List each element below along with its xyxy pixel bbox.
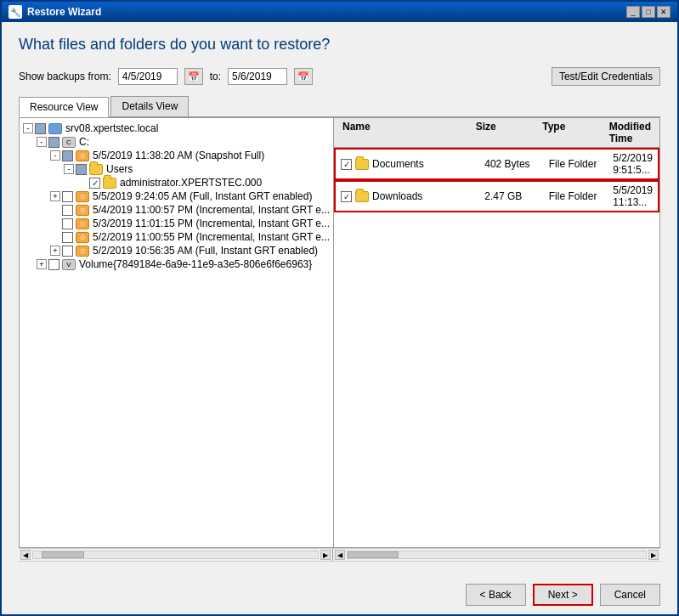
tree-label-snapshot: 5/5/2019 11:38:20 AM (Snapshot Full)	[93, 150, 264, 161]
tab-resource-view[interactable]: Resource View	[19, 97, 109, 117]
tree-item-admin[interactable]: administrator.XPERTSTEC.000	[20, 176, 333, 189]
tree-item-c[interactable]: - C C:	[20, 135, 333, 149]
tree-item-backup2[interactable]: ⊙ 5/4/2019 11:00:57 PM (Incremental, Ins…	[20, 203, 333, 217]
tree-item-root[interactable]: - srv08.xpertstec.local	[20, 122, 333, 135]
file-type-documents: File Folder	[549, 158, 614, 170]
wizard-content: What files and folders do you want to re…	[2, 22, 677, 575]
file-checkbox-documents[interactable]	[341, 159, 352, 170]
file-scroll-right[interactable]: ▶	[648, 550, 659, 560]
bottom-scrollbar-area: ◀ ▶ ◀ ▶	[19, 548, 660, 562]
expander-root[interactable]: -	[23, 123, 33, 133]
tree-scrollbar[interactable]: ◀ ▶	[19, 549, 333, 561]
backup-icon-4: ⊙	[76, 232, 89, 243]
restore-wizard-window: 🔧 Restore Wizard _ □ ✕ What files and fo…	[0, 0, 679, 616]
tree-item-backup3[interactable]: ⊙ 5/3/2019 11:01:15 PM (Incremental, Ins…	[20, 217, 333, 230]
checkbox-users[interactable]	[76, 164, 87, 175]
view-tabs: Resource View Details View	[19, 96, 660, 117]
expander-volume[interactable]: +	[37, 259, 47, 269]
file-row-downloads[interactable]: Downloads 2.47 GB File Folder 5/5/2019 1…	[334, 180, 659, 212]
checkbox-backup2[interactable]	[62, 205, 73, 216]
tree-item-backup1[interactable]: + ⊙ 5/5/2019 9:24:05 AM (Full, Instant G…	[20, 189, 333, 203]
checkbox-backup4[interactable]	[62, 232, 73, 243]
tree-item-backup4[interactable]: ⊙ 5/2/2019 11:00:55 PM (Incremental, Ins…	[20, 230, 333, 244]
tree-item-users[interactable]: - Users	[20, 162, 333, 176]
checkbox-backup1[interactable]	[62, 191, 73, 202]
tree-item-volume[interactable]: + V Volume{7849184e-6a9e-11e9-a3e5-806e6…	[20, 257, 333, 271]
tree-scroll-left[interactable]: ◀	[20, 550, 31, 560]
cancel-button[interactable]: Cancel	[600, 584, 660, 606]
folder-icon-documents	[355, 159, 369, 170]
file-name-downloads: Downloads	[372, 190, 484, 202]
file-size-downloads: 2.47 GB	[484, 190, 549, 202]
checkbox-backup3[interactable]	[62, 218, 73, 229]
server-icon	[48, 123, 62, 134]
checkbox-snapshot[interactable]	[62, 150, 73, 161]
checkbox-root[interactable]	[35, 123, 46, 134]
tab-details-view[interactable]: Details View	[110, 96, 189, 116]
main-panel: - srv08.xpertstec.local - C C: - ⊙	[19, 117, 660, 548]
tree-label-root: srv08.xpertstec.local	[65, 122, 158, 134]
file-modified-downloads: 5/5/2019 11:13...	[613, 184, 653, 208]
tree-item-backup5[interactable]: + ⊙ 5/2/2019 10:56:35 AM (Full, Instant …	[20, 244, 333, 257]
folder-icon-users	[89, 164, 103, 175]
title-bar: 🔧 Restore Wizard _ □ ✕	[2, 2, 677, 22]
tree-label-backup2: 5/4/2019 11:00:57 PM (Incremental, Insta…	[93, 204, 330, 216]
next-button[interactable]: Next >	[533, 584, 593, 606]
tree-label-backup3: 5/3/2019 11:01:15 PM (Incremental, Insta…	[93, 218, 330, 229]
expander-snapshot[interactable]: -	[50, 150, 60, 161]
backup-icon-2: ⊙	[76, 205, 89, 216]
backup-icon-1: ⊙	[76, 191, 89, 202]
to-label: to:	[210, 71, 221, 82]
col-header-modified: Modified Time	[606, 121, 654, 144]
tree-panel[interactable]: - srv08.xpertstec.local - C C: - ⊙	[20, 118, 334, 547]
to-calendar-button[interactable]: 📅	[294, 68, 313, 85]
file-size-documents: 402 Bytes	[484, 158, 549, 170]
file-panel: Name Size Type Modified Time Documents 4…	[334, 118, 659, 547]
tree-label-admin: administrator.XPERTSTEC.000	[120, 177, 262, 189]
file-header: Name Size Type Modified Time	[334, 118, 659, 148]
file-checkbox-downloads[interactable]	[341, 191, 352, 202]
tree-label-backup1: 5/5/2019 9:24:05 AM (Full, Instant GRT e…	[93, 190, 312, 202]
window-title: Restore Wizard	[27, 6, 101, 18]
tree-label-c: C:	[79, 136, 89, 148]
checkbox-backup5[interactable]	[62, 246, 73, 257]
back-button[interactable]: < Back	[466, 584, 526, 606]
tree-scrollbar-thumb[interactable]	[42, 551, 84, 558]
from-label: Show backups from:	[19, 71, 111, 82]
tree-scroll-right[interactable]: ▶	[320, 550, 331, 560]
expander-users[interactable]: -	[64, 164, 74, 174]
expander-backup5[interactable]: +	[50, 246, 60, 256]
checkbox-volume[interactable]	[48, 259, 59, 270]
page-title: What files and folders do you want to re…	[19, 36, 660, 54]
col-header-size: Size	[472, 121, 539, 144]
checkbox-admin[interactable]	[89, 178, 100, 189]
folder-icon-downloads	[355, 191, 369, 202]
file-name-documents: Documents	[372, 158, 484, 170]
date-filter-row: Show backups from: 📅 to: 📅 Test/Edit Cre…	[19, 67, 660, 86]
checkbox-c[interactable]	[48, 137, 59, 148]
maximize-button[interactable]: □	[642, 6, 655, 18]
file-scrollbar[interactable]: ◀ ▶	[333, 549, 660, 561]
tree-label-backup5: 5/2/2019 10:56:35 AM (Full, Instant GRT …	[93, 245, 318, 257]
expander-backup1[interactable]: +	[50, 191, 60, 201]
tree-label-volume: Volume{7849184e-6a9e-11e9-a3e5-806e6f6e6…	[79, 258, 312, 270]
expander-c[interactable]: -	[37, 137, 47, 147]
file-row-documents[interactable]: Documents 402 Bytes File Folder 5/2/2019…	[334, 148, 659, 180]
hdd-icon-c: C	[62, 137, 76, 148]
from-date-input[interactable]	[118, 68, 178, 85]
col-header-name: Name	[339, 121, 472, 144]
close-button[interactable]: ✕	[657, 6, 671, 18]
tree-label-users: Users	[106, 163, 133, 175]
to-date-input[interactable]	[228, 68, 287, 85]
file-type-downloads: File Folder	[549, 190, 614, 202]
from-calendar-button[interactable]: 📅	[184, 68, 203, 85]
backup-icon-3: ⊙	[76, 218, 89, 229]
minimize-button[interactable]: _	[626, 6, 640, 18]
col-header-type: Type	[539, 121, 605, 144]
hdd-icon-volume: V	[62, 259, 76, 270]
file-scroll-left[interactable]: ◀	[335, 550, 345, 560]
file-scrollbar-thumb[interactable]	[348, 551, 399, 558]
credentials-button[interactable]: Test/Edit Credentials	[552, 67, 660, 86]
backup-icon-5: ⊙	[76, 246, 89, 257]
tree-item-snapshot[interactable]: - ⊙ 5/5/2019 11:38:20 AM (Snapshot Full)	[20, 149, 333, 162]
